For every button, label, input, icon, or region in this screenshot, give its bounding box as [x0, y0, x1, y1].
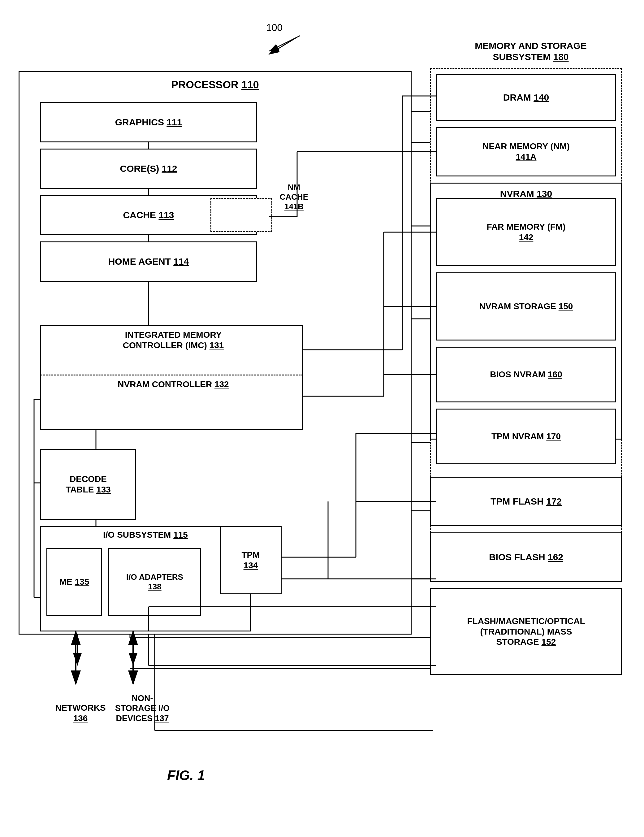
nm-cache-label: NMCACHE141B	[275, 183, 313, 212]
ref-180: 180	[553, 52, 569, 62]
cores-box: CORE(S) 112	[40, 149, 257, 189]
imc-label: INTEGRATED MEMORYCONTROLLER (IMC) 131	[49, 330, 297, 350]
ref-134: 134	[244, 561, 258, 570]
nvram-storage-box: NVRAM STORAGE 150	[436, 272, 616, 340]
ref-137: 137	[155, 714, 169, 723]
graphics-box: GRAPHICS 111	[40, 102, 257, 143]
mem-storage-label: MEMORY AND STORAGESUBSYSTEM 180	[430, 40, 631, 62]
me-box: ME 135	[46, 548, 102, 616]
figure-label: FIG. 1	[167, 768, 205, 783]
ref-130: 130	[537, 189, 552, 199]
networks-label: NETWORKS136	[49, 702, 111, 724]
bios-nvram-box: BIOS NVRAM 160	[436, 347, 616, 402]
ref-141b: 141B	[284, 202, 303, 211]
ref-100: 100	[266, 22, 283, 33]
ref-172: 172	[546, 496, 562, 506]
bios-flash-box: BIOS FLASH 162	[430, 532, 622, 582]
imc-dashed-divider	[40, 374, 303, 376]
ref-112: 112	[162, 163, 177, 174]
ref-132: 132	[215, 379, 229, 389]
tpm-box: TPM134	[220, 526, 282, 594]
flash-mass-storage-box: FLASH/MAGNETIC/OPTICAL(TRADITIONAL) MASS…	[430, 588, 622, 675]
ref-142: 142	[519, 233, 534, 242]
tpm-nvram-box: TPM NVRAM 170	[436, 409, 616, 464]
ref-114: 114	[173, 256, 189, 266]
decode-table-box: DECODETABLE 133	[40, 449, 136, 520]
ref-111: 111	[167, 117, 182, 127]
ref-115: 115	[173, 530, 188, 540]
tpm-flash-box: TPM FLASH 172	[430, 477, 622, 526]
ref-113: 113	[159, 210, 174, 220]
far-memory-box: FAR MEMORY (FM)142	[436, 198, 616, 266]
svg-line-42	[269, 37, 297, 54]
ref-140: 140	[534, 92, 549, 102]
ref-110: 110	[241, 79, 259, 90]
ref-138: 138	[148, 582, 161, 591]
dram-box: DRAM 140	[436, 74, 616, 121]
ref-133: 133	[96, 485, 111, 494]
ref-135: 135	[75, 577, 89, 587]
ref-162: 162	[548, 552, 563, 562]
home-agent-box: HOME AGENT 114	[40, 241, 257, 282]
io-adapters-box: I/O ADAPTERS138	[108, 548, 201, 616]
ref-141a: 141A	[516, 152, 537, 162]
ref-152: 152	[542, 637, 556, 647]
near-memory-box: NEAR MEMORY (NM)141A	[436, 127, 616, 176]
nvram-ctrl-label: NVRAM CONTROLLER 132	[49, 379, 297, 390]
ref-131: 131	[210, 340, 224, 350]
diagram: 100 MEMORY AND STORAGESUBSYSTEM 180 DRAM…	[0, 0, 644, 837]
svg-line-5	[269, 36, 300, 51]
non-storage-label: NON-STORAGE I/ODEVICES 137	[105, 693, 180, 724]
ref-170: 170	[546, 432, 561, 441]
nm-cache-box	[210, 198, 272, 232]
ref-150: 150	[559, 302, 573, 311]
ref-136: 136	[73, 714, 88, 723]
ref-160: 160	[548, 369, 562, 379]
